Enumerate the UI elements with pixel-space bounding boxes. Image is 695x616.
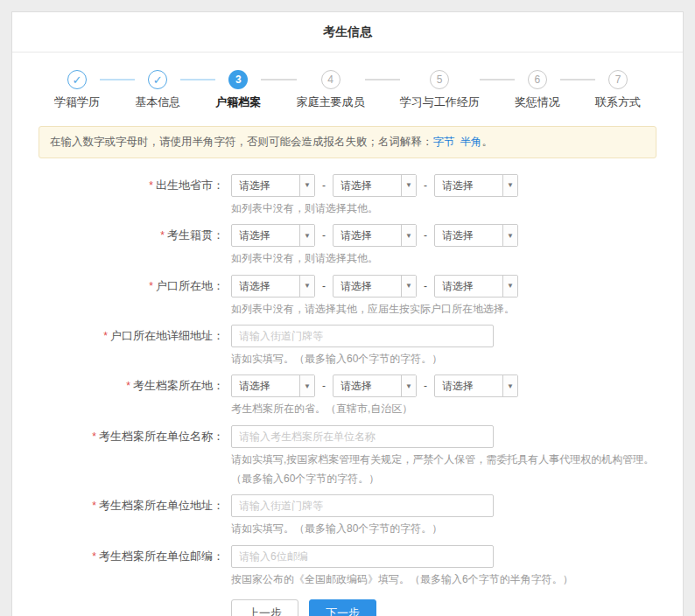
select-wrapper: 请选择 ▼	[434, 374, 518, 397]
stepper: ✓ 学籍学历 ✓ 基本信息 3 户籍档案 4 家庭主要成员 5 学习与工作经历	[12, 52, 683, 121]
select-wrapper: 请选择 ▼	[333, 374, 417, 397]
select-wrapper: 请选择 ▼	[231, 174, 315, 197]
select-wrapper: 请选择 ▼	[231, 224, 315, 247]
select-wrapper: 请选择 ▼	[231, 374, 315, 397]
separator: -	[322, 179, 326, 192]
field-label: *户口所在地：	[12, 275, 231, 317]
step-connector	[560, 79, 595, 80]
birthplace-province-select[interactable]: 请选择	[231, 174, 315, 197]
separator: -	[322, 229, 326, 242]
birthplace-district-select[interactable]: 请选择	[434, 174, 518, 197]
field-hint: 如列表中没有，则请选择其他。	[231, 251, 683, 266]
form-actions: 上一步 下一步	[231, 599, 683, 616]
notice-link-halfwidth[interactable]: 半角	[460, 136, 482, 148]
step-academic-record[interactable]: ✓ 学籍学历	[54, 70, 100, 110]
archive-unit-address-row: *考生档案所在单位地址： 请如实填写。（最多输入80个字节的字符。）	[12, 494, 683, 536]
field-hint-2: （最多输入60个字节的字符。）	[231, 472, 683, 486]
step-symbol: 5	[437, 74, 443, 86]
check-icon: ✓	[67, 70, 87, 89]
archive-unit-name-row: *考生档案所在单位名称： 请如实填写,按国家档案管理有关规定，严禁个人保管，需委…	[12, 425, 683, 487]
step-label: 奖惩情况	[515, 94, 560, 110]
select-wrapper: 请选择 ▼	[333, 174, 417, 197]
required-mark: *	[126, 380, 130, 392]
select-wrapper: 请选择 ▼	[333, 275, 417, 298]
archive-unit-zipcode-input[interactable]	[231, 545, 494, 568]
household-province-select[interactable]: 请选择	[231, 275, 315, 298]
step-symbol: 6	[535, 74, 541, 86]
native-place-province-select[interactable]: 请选择	[231, 224, 315, 247]
step-number-badge: 5	[430, 70, 449, 89]
field-label: *出生地省市：	[12, 174, 231, 216]
step-connector	[365, 79, 400, 80]
required-mark: *	[103, 330, 108, 342]
household-city-select[interactable]: 请选择	[333, 275, 417, 298]
step-number-badge: 3	[228, 70, 248, 89]
step-connector	[100, 79, 135, 80]
field-hint: 请如实填写。（最多输入60个字节的字符。）	[231, 352, 683, 367]
field-hint: 请如实填写,按国家档案管理有关规定，严禁个人保管，需委托具有人事代理权的机构管理…	[231, 452, 683, 467]
select-wrapper: 请选择 ▼	[434, 275, 518, 298]
archive-district-select[interactable]: 请选择	[434, 374, 518, 397]
household-location-row: *户口所在地： 请选择 ▼ - 请选择 ▼ -	[12, 275, 683, 317]
field-label: *考生籍贯：	[12, 224, 231, 266]
step-rewards-punishments[interactable]: 6 奖惩情况	[515, 70, 560, 110]
household-archive-form: *出生地省市： 请选择 ▼ - 请选择 ▼ -	[12, 158, 683, 616]
household-district-select[interactable]: 请选择	[434, 275, 518, 298]
archive-unit-address-input[interactable]	[231, 494, 494, 517]
step-symbol: ✓	[153, 74, 163, 87]
step-contact-info[interactable]: 7 联系方式	[595, 70, 641, 110]
step-connector	[480, 79, 515, 80]
native-place-district-select[interactable]: 请选择	[434, 224, 518, 247]
notice-link-byte[interactable]: 字节	[433, 136, 455, 148]
field-hint: 考生档案所在的省。（直辖市,自治区）	[231, 402, 683, 416]
archive-location-row: *考生档案所在地： 请选择 ▼ - 请选择 ▼ -	[12, 374, 683, 416]
birthplace-row: *出生地省市： 请选择 ▼ - 请选择 ▼ -	[12, 174, 683, 216]
notice-text: 在输入数字或字母时，请使用半角字符，否则可能会造成报名失败；名词解释：	[50, 136, 433, 148]
step-household-archive[interactable]: 3 户籍档案	[215, 70, 261, 110]
step-symbol: 7	[615, 74, 621, 86]
step-label: 联系方式	[595, 94, 641, 110]
archive-unit-name-input[interactable]	[231, 425, 494, 448]
step-family-members[interactable]: 4 家庭主要成员	[297, 70, 365, 110]
step-label: 户籍档案	[215, 94, 261, 110]
step-label: 基本信息	[135, 94, 180, 110]
field-hint: 请如实填写。（最多输入80个字节的字符。）	[231, 522, 683, 536]
field-label: *考生档案所在单位邮编：	[12, 545, 231, 587]
separator: -	[424, 280, 427, 292]
field-label: *考生档案所在地：	[12, 374, 231, 416]
step-connector	[261, 79, 296, 80]
select-wrapper: 请选择 ▼	[231, 275, 315, 298]
native-place-city-select[interactable]: 请选择	[333, 224, 417, 247]
step-label: 学习与工作经历	[400, 94, 480, 110]
archive-province-select[interactable]: 请选择	[231, 374, 315, 397]
page: 考生信息 ✓ 学籍学历 ✓ 基本信息 3 户籍档案 4 家庭主要成员	[0, 0, 695, 616]
notice-banner: 在输入数字或字母时，请使用半角字符，否则可能会造成报名失败；名词解释：字节半角。	[39, 126, 656, 158]
step-study-work-history[interactable]: 5 学习与工作经历	[400, 70, 480, 110]
separator: -	[424, 229, 427, 242]
required-mark: *	[92, 500, 96, 512]
field-hint: 如列表中没有，请选择其他，应届生按实际户口所在地选择。	[231, 302, 683, 317]
prev-button[interactable]: 上一步	[231, 599, 298, 616]
select-wrapper: 请选择 ▼	[434, 224, 518, 247]
required-mark: *	[92, 550, 96, 563]
field-label: *考生档案所在单位名称：	[12, 425, 231, 487]
birthplace-city-select[interactable]: 请选择	[333, 174, 417, 197]
step-symbol: ✓	[73, 74, 82, 87]
native-place-row: *考生籍贯： 请选择 ▼ - 请选择 ▼ -	[12, 224, 683, 266]
separator: -	[322, 380, 326, 392]
select-wrapper: 请选择 ▼	[333, 224, 417, 247]
check-icon: ✓	[148, 70, 167, 89]
step-label: 学籍学历	[54, 94, 100, 110]
separator: -	[424, 179, 427, 192]
step-symbol: 4	[327, 74, 333, 86]
step-basic-info[interactable]: ✓ 基本信息	[135, 70, 180, 110]
archive-city-select[interactable]: 请选择	[333, 374, 417, 397]
separator: -	[424, 380, 427, 392]
field-hint: 如列表中没有，则请选择其他。	[231, 201, 683, 216]
required-mark: *	[149, 179, 153, 192]
step-label: 家庭主要成员	[297, 94, 365, 110]
notice-suffix: 。	[482, 136, 494, 148]
next-button[interactable]: 下一步	[309, 599, 376, 616]
step-number-badge: 4	[321, 70, 340, 89]
household-address-input[interactable]	[231, 325, 494, 347]
